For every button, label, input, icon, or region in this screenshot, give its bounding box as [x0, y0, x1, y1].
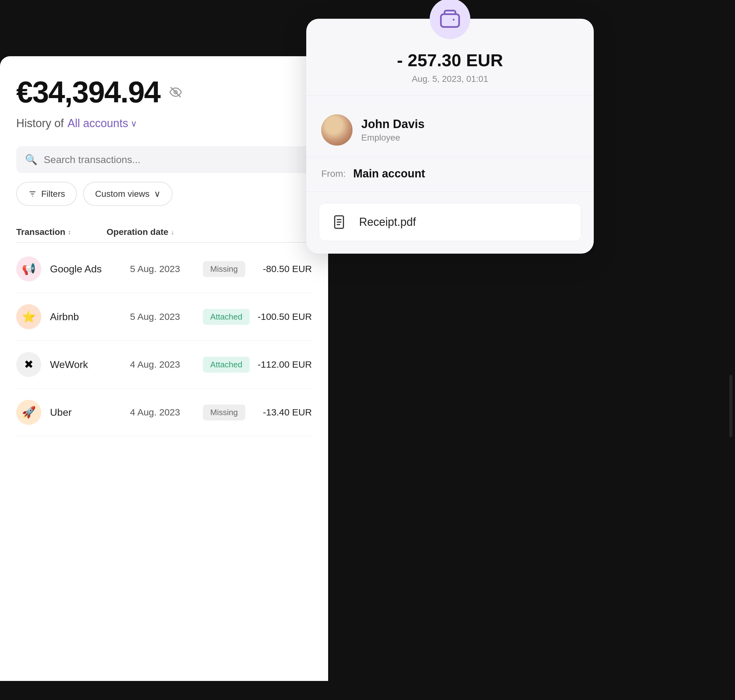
tx-name: WeWork: [50, 359, 130, 371]
wallet-icon: [430, 0, 470, 39]
receipt-filename: Receipt.pdf: [359, 216, 416, 229]
filter-icon: [28, 190, 37, 199]
tx-status: Missing: [203, 404, 258, 421]
col-header-status: [189, 227, 250, 237]
table-row[interactable]: 🚀 Uber 4 Aug. 2023 Missing -13.40 EUR: [16, 388, 312, 436]
table-header: Transaction ↕ Operation date ↓: [16, 222, 312, 243]
tx-amount: -13.40 EUR: [257, 407, 312, 418]
table-row[interactable]: ⭐ Airbnb 5 Aug. 2023 Attached -100.50 EU…: [16, 293, 312, 341]
scrollbar[interactable]: [729, 375, 732, 437]
balance-row: €34,394.94: [16, 75, 312, 109]
col-header-date[interactable]: Operation date ↓: [106, 227, 189, 237]
custom-views-button[interactable]: Custom views ∨: [83, 182, 172, 206]
search-bar: 🔍: [16, 146, 312, 173]
status-badge: Attached: [203, 309, 250, 325]
from-value: Main account: [353, 167, 425, 180]
status-badge: Missing: [203, 261, 245, 277]
status-badge: Attached: [203, 357, 250, 373]
tx-amount: -112.00 EUR: [257, 359, 312, 370]
tx-name: Google Ads: [50, 263, 130, 275]
tx-status: Attached: [203, 357, 258, 373]
filters-button[interactable]: Filters: [16, 182, 77, 206]
history-row: History of All accounts ∨: [16, 117, 312, 130]
receipt-icon: [330, 212, 350, 232]
card-amount: - 257.30 EUR: [306, 50, 594, 70]
user-name: John Davis: [361, 118, 425, 131]
col-header-transaction[interactable]: Transaction ↕: [16, 227, 106, 237]
sort-icon-date: ↓: [171, 229, 174, 236]
tx-name: Uber: [50, 407, 130, 418]
svg-rect-5: [441, 14, 459, 27]
search-icon: 🔍: [25, 154, 37, 166]
tx-name: Airbnb: [50, 311, 130, 323]
main-panel: €34,394.94 History of All accounts ∨ 🔍 F…: [0, 56, 328, 681]
table-row[interactable]: 📢 Google Ads 5 Aug. 2023 Missing -80.50 …: [16, 245, 312, 293]
tx-icon: 📢: [16, 256, 41, 281]
col-header-amount: [250, 227, 312, 237]
tx-icon: 🚀: [16, 400, 41, 425]
accounts-dropdown[interactable]: All accounts ∨: [68, 117, 137, 130]
status-badge: Missing: [203, 404, 245, 421]
tx-status: Attached: [203, 309, 258, 325]
card-from-section: From: Main account: [306, 157, 594, 192]
from-label: From:: [321, 168, 346, 179]
filter-row: Filters Custom views ∨: [16, 182, 312, 206]
balance-amount: €34,394.94: [16, 75, 160, 109]
search-input[interactable]: [44, 154, 303, 166]
tx-amount: -80.50 EUR: [257, 264, 312, 274]
tx-icon: ✖: [16, 352, 41, 377]
eye-toggle-icon[interactable]: [168, 86, 184, 99]
chevron-down-icon: ∨: [131, 118, 137, 129]
table-row[interactable]: ✖ WeWork 4 Aug. 2023 Attached -112.00 EU…: [16, 341, 312, 388]
tx-date: 5 Aug. 2023: [130, 264, 203, 274]
detail-card: - 257.30 EUR Aug. 5, 2023, 01:01 John Da…: [306, 19, 594, 254]
avatar: [321, 114, 352, 146]
card-user-section: John Davis Employee: [306, 108, 594, 157]
user-role: Employee: [361, 133, 425, 143]
receipt-section[interactable]: Receipt.pdf: [319, 203, 581, 241]
chevron-down-icon: ∨: [154, 189, 161, 199]
tx-amount: -100.50 EUR: [257, 312, 312, 322]
transaction-list: 📢 Google Ads 5 Aug. 2023 Missing -80.50 …: [16, 245, 312, 436]
tx-date: 4 Aug. 2023: [130, 407, 203, 418]
card-datetime: Aug. 5, 2023, 01:01: [306, 74, 594, 96]
tx-status: Missing: [203, 261, 258, 277]
tx-date: 5 Aug. 2023: [130, 312, 203, 322]
tx-icon: ⭐: [16, 304, 41, 329]
history-label: History of: [16, 117, 64, 130]
tx-date: 4 Aug. 2023: [130, 359, 203, 370]
sort-icon-transaction: ↕: [68, 229, 71, 236]
